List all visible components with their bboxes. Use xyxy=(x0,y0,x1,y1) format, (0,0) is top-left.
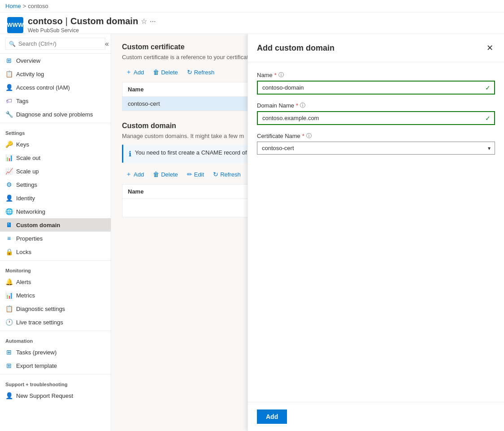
delete-domain-icon: 🗑 xyxy=(153,171,159,178)
nav-properties-label: Properties xyxy=(16,235,43,242)
panel-body: Name * ⓘ ✓ Domain Name * ⓘ xyxy=(248,62,504,402)
nav-diagnose[interactable]: 🔧 Diagnose and solve problems xyxy=(0,108,111,121)
nav-custom-domain[interactable]: 🖥 Custom domain xyxy=(0,218,111,232)
nav-scale-out-label: Scale out xyxy=(16,155,40,161)
nav-activity-log-label: Activity log xyxy=(16,71,44,78)
domain-name-check-icon: ✓ xyxy=(485,115,491,122)
refresh-icon: ↻ xyxy=(187,69,192,76)
nav-keys[interactable]: 🔑 Keys xyxy=(0,138,111,151)
monitoring-section-title: Monitoring xyxy=(0,263,111,275)
cert-name-required: * xyxy=(302,133,304,139)
nav-tags[interactable]: 🏷 Tags xyxy=(0,94,111,108)
add-domain-icon: ＋ xyxy=(126,170,132,178)
domain-refresh-button[interactable]: ↻ Refresh xyxy=(209,168,244,180)
nav-access-control-label: Access control (IAM) xyxy=(16,84,70,91)
domain-add-button[interactable]: ＋ Add xyxy=(122,168,148,181)
name-required: * xyxy=(274,72,277,78)
cert-name-info-icon[interactable]: ⓘ xyxy=(306,132,312,140)
panel-close-button[interactable]: ✕ xyxy=(485,41,495,55)
nav-tasks-label: Tasks (preview) xyxy=(16,349,56,356)
cert-refresh-button[interactable]: ↻ Refresh xyxy=(183,66,218,78)
nav-export-template-label: Export template xyxy=(16,362,57,369)
panel-add-button[interactable]: Add xyxy=(257,409,287,424)
domain-name-input-wrapper: ✓ xyxy=(257,111,495,125)
automation-section-title: Automation xyxy=(0,333,111,345)
networking-icon: 🌐 xyxy=(5,208,13,215)
properties-icon: ≡ xyxy=(5,235,13,242)
settings-icon: ⚙ xyxy=(5,181,13,188)
breadcrumb-resource: contoso xyxy=(28,3,48,9)
name-input[interactable] xyxy=(257,81,495,95)
cert-delete-button[interactable]: 🗑 Delete xyxy=(149,66,182,78)
name-info-icon[interactable]: ⓘ xyxy=(278,71,284,79)
breadcrumb: Home > contoso xyxy=(0,0,504,13)
favorite-icon[interactable]: ☆ xyxy=(141,17,147,26)
cert-add-button[interactable]: ＋ Add xyxy=(122,66,148,78)
access-control-icon: 👤 xyxy=(5,84,13,91)
nav-settings[interactable]: ⚙ Settings xyxy=(0,178,111,191)
nav-diagnostic-settings[interactable]: 📋 Diagnostic settings xyxy=(0,302,111,315)
overview-icon: ⊞ xyxy=(5,57,13,64)
domain-name-info-icon[interactable]: ⓘ xyxy=(300,102,305,109)
refresh-domain-icon: ↻ xyxy=(213,171,218,178)
delete-icon: 🗑 xyxy=(153,69,159,76)
nav-properties[interactable]: ≡ Properties xyxy=(0,232,111,245)
nav-custom-domain-label: Custom domain xyxy=(16,222,60,228)
keys-icon: 🔑 xyxy=(5,141,13,148)
settings-section-title: Settings xyxy=(0,125,111,138)
nav-locks-label: Locks xyxy=(16,249,31,255)
panel-title: Add custom domain xyxy=(257,43,335,53)
nav-scale-out[interactable]: 📊 Scale out xyxy=(0,151,111,164)
edit-domain-icon: ✏ xyxy=(187,171,192,178)
name-field-group: Name * ⓘ ✓ xyxy=(257,71,495,95)
nav-identity[interactable]: 👤 Identity xyxy=(0,191,111,205)
nav-export-template[interactable]: ⊞ Export template xyxy=(0,359,111,372)
tasks-icon: ⊞ xyxy=(5,349,13,356)
panel-footer: Add xyxy=(248,402,504,431)
nav-alerts[interactable]: 🔔 Alerts xyxy=(0,275,111,289)
nav-locks[interactable]: 🔒 Locks xyxy=(0,245,111,259)
domain-name-input[interactable] xyxy=(257,111,495,125)
add-icon: ＋ xyxy=(126,68,132,76)
nav-overview[interactable]: ⊞ Overview xyxy=(0,54,111,67)
nav-alerts-label: Alerts xyxy=(16,279,31,285)
nav-metrics[interactable]: 📊 Metrics xyxy=(0,289,111,302)
diagnostic-settings-icon: 📋 xyxy=(5,305,13,312)
nav-networking[interactable]: 🌐 Networking xyxy=(0,205,111,218)
nav-overview-label: Overview xyxy=(16,57,40,64)
domain-name-field-group: Domain Name * ⓘ ✓ xyxy=(257,102,495,125)
add-custom-domain-panel: Add custom domain ✕ Name * ⓘ ✓ xyxy=(248,34,504,431)
cert-name-select[interactable]: contoso-cert xyxy=(257,142,495,155)
search-input[interactable] xyxy=(5,38,105,50)
nav-identity-label: Identity xyxy=(16,195,35,202)
nav-metrics-label: Metrics xyxy=(16,292,35,299)
custom-domain-icon: 🖥 xyxy=(5,221,13,228)
domain-edit-button[interactable]: ✏ Edit xyxy=(183,168,208,180)
name-label: Name * ⓘ xyxy=(257,71,495,79)
domain-delete-button[interactable]: 🗑 Delete xyxy=(149,168,182,180)
more-options-icon[interactable]: ··· xyxy=(150,17,156,26)
search-box-container: 🔍 « xyxy=(0,34,111,54)
search-icon: 🔍 xyxy=(9,41,16,47)
alerts-icon: 🔔 xyxy=(5,278,13,285)
nav-live-trace[interactable]: 🕐 Live trace settings xyxy=(0,315,111,329)
identity-icon: 👤 xyxy=(5,194,13,202)
nav-new-support[interactable]: 👤 New Support Request xyxy=(0,389,111,402)
nav-tasks[interactable]: ⊞ Tasks (preview) xyxy=(0,345,111,359)
sidebar: 🔍 « ⊞ Overview 📋 Activity log 👤 Access c… xyxy=(0,34,111,431)
breadcrumb-home[interactable]: Home xyxy=(5,3,21,9)
nav-diagnostic-settings-label: Diagnostic settings xyxy=(16,306,65,312)
domain-name-required: * xyxy=(296,102,298,109)
cert-name-select-wrapper: contoso-cert ▾ xyxy=(257,142,495,155)
name-input-wrapper: ✓ xyxy=(257,81,495,95)
breadcrumb-separator: > xyxy=(23,3,26,9)
nav-scale-up[interactable]: 📈 Scale up xyxy=(0,164,111,178)
activity-log-icon: 📋 xyxy=(5,70,13,78)
nav-access-control[interactable]: 👤 Access control (IAM) xyxy=(0,81,111,94)
locks-icon: 🔒 xyxy=(5,248,13,255)
content-area: Custom certificate Custom certificate is… xyxy=(111,34,504,431)
collapse-sidebar-button[interactable]: « xyxy=(105,40,109,48)
nav-activity-log[interactable]: 📋 Activity log xyxy=(0,67,111,81)
support-section-title: Support + troubleshooting xyxy=(0,376,111,389)
name-check-icon: ✓ xyxy=(485,84,491,91)
